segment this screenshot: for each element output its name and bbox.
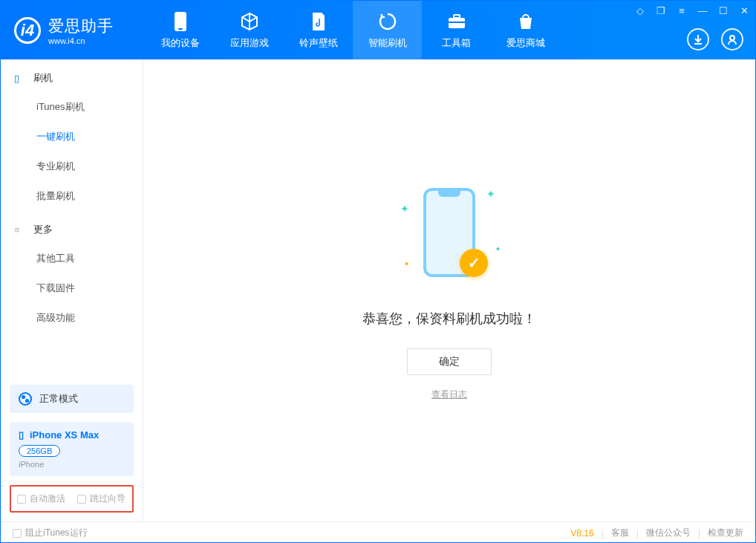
mode-box[interactable]: 正常模式 (10, 385, 134, 413)
tab-label: 工具箱 (442, 36, 471, 50)
sparkle-icon: ✦ (400, 203, 409, 215)
confirm-button[interactable]: 确定 (407, 348, 492, 375)
checkbox-label: 自动激活 (30, 492, 65, 505)
feedback-icon[interactable]: ❐ (654, 4, 668, 17)
sparkle-icon: • (496, 243, 500, 255)
shirt-icon[interactable]: ◇ (633, 4, 647, 17)
svg-rect-4 (449, 22, 465, 23)
menu-icon[interactable]: ≡ (675, 4, 688, 17)
wechat-link[interactable]: 微信公众号 (646, 527, 691, 539)
device-box[interactable]: ▯ iPhone XS Max 256GB iPhone (10, 422, 134, 476)
main-content: ✦ ✦ • • ✓ 恭喜您，保资料刷机成功啦！ 确定 查看日志 (143, 59, 755, 521)
checkbox-auto-activate[interactable]: 自动激活 (17, 492, 65, 505)
tab-label: 铃声壁纸 (299, 36, 338, 50)
footer-left: 阻止iTunes运行 (13, 527, 88, 539)
close-button[interactable]: ✕ (737, 4, 751, 17)
tab-my-device[interactable]: 我的设备 (146, 1, 215, 59)
phone-outline-icon: ▯ (19, 429, 24, 440)
checkbox-icon (17, 495, 26, 504)
checkbox-icon (77, 495, 86, 504)
header-actions (687, 28, 743, 51)
device-icon: ▯ (14, 73, 26, 84)
tab-store[interactable]: 爱思商城 (491, 1, 560, 59)
svg-rect-1 (178, 28, 183, 30)
list-icon: ≡ (14, 224, 26, 235)
tab-label: 爱思商城 (506, 36, 545, 50)
logo-area: i4 爱思助手 www.i4.cn (1, 16, 146, 45)
tab-label: 应用游戏 (230, 36, 269, 50)
tab-label: 我的设备 (161, 36, 200, 50)
download-icon[interactable] (687, 28, 709, 51)
sidebar-item-advanced[interactable]: 高级功能 (1, 303, 143, 333)
minimize-button[interactable]: — (696, 4, 709, 17)
checkbox-icon (13, 529, 22, 538)
sidebar-group-more: ≡ 更多 (1, 211, 143, 244)
main-tabs: 我的设备 应用游戏 铃声壁纸 智能刷机 工具箱 爱思商城 (146, 1, 560, 59)
version-label: V8.16 (570, 528, 593, 539)
checkmark-badge-icon: ✓ (460, 249, 488, 277)
checkbox-block-itunes[interactable]: 阻止iTunes运行 (13, 527, 88, 539)
app-title: 爱思助手 (48, 16, 114, 36)
sidebar-item-itunes-flash[interactable]: iTunes刷机 (1, 92, 143, 122)
group-label: 更多 (33, 223, 53, 236)
device-name-row: ▯ iPhone XS Max (19, 429, 125, 440)
sidebar-group-flash: ▯ 刷机 (1, 59, 143, 92)
toolbox-icon (446, 11, 467, 32)
sidebar-item-other-tools[interactable]: 其他工具 (1, 244, 143, 273)
checkbox-label: 阻止iTunes运行 (25, 527, 88, 539)
sidebar-item-pro-flash[interactable]: 专业刷机 (1, 152, 143, 181)
sidebar: ▯ 刷机 iTunes刷机 一键刷机 专业刷机 批量刷机 ≡ 更多 其他工具 下… (1, 59, 143, 521)
device-name: iPhone XS Max (30, 429, 99, 440)
mode-icon (19, 392, 32, 406)
checkbox-skip-guide[interactable]: 跳过向导 (77, 492, 126, 505)
shopping-bag-icon (515, 11, 536, 32)
app-body: ▯ 刷机 iTunes刷机 一键刷机 专业刷机 批量刷机 ≡ 更多 其他工具 下… (1, 59, 755, 521)
sparkle-icon: • (405, 258, 408, 270)
refresh-shield-icon (377, 11, 398, 32)
device-type: iPhone (19, 460, 125, 469)
view-log-link[interactable]: 查看日志 (431, 388, 467, 401)
phone-icon (170, 11, 191, 32)
sidebar-item-oneclick-flash[interactable]: 一键刷机 (1, 122, 143, 152)
success-message: 恭喜您，保资料刷机成功啦！ (362, 310, 536, 328)
svg-point-5 (730, 36, 734, 40)
tab-apps-games[interactable]: 应用游戏 (215, 1, 284, 59)
user-icon[interactable] (721, 28, 743, 51)
check-update-link[interactable]: 检查更新 (708, 527, 743, 539)
tab-label: 智能刷机 (368, 36, 407, 50)
tab-ringtones-wallpapers[interactable]: 铃声壁纸 (284, 1, 353, 59)
logo-icon: i4 (14, 17, 41, 44)
maximize-button[interactable]: ☐ (717, 4, 730, 17)
tab-toolbox[interactable]: 工具箱 (422, 1, 491, 59)
device-storage-badge: 256GB (19, 445, 60, 457)
checkbox-label: 跳过向导 (90, 492, 126, 505)
support-link[interactable]: 客服 (611, 527, 629, 539)
sidebar-item-batch-flash[interactable]: 批量刷机 (1, 181, 143, 211)
success-illustration: ✦ ✦ • • ✓ (397, 181, 501, 292)
footer-right: V8.16 | 客服 | 微信公众号 | 检查更新 (570, 527, 743, 539)
svg-rect-3 (454, 15, 460, 18)
music-file-icon (308, 11, 329, 32)
app-header: i4 爱思助手 www.i4.cn 我的设备 应用游戏 铃声壁纸 智能刷机 工具… (1, 1, 755, 59)
group-label: 刷机 (33, 71, 53, 85)
status-bar: 阻止iTunes运行 V8.16 | 客服 | 微信公众号 | 检查更新 (1, 521, 755, 543)
window-controls: ◇ ❐ ≡ — ☐ ✕ (633, 4, 751, 17)
cube-icon (239, 11, 260, 32)
flash-options-highlight: 自动激活 跳过向导 (10, 485, 134, 513)
sparkle-icon: ✦ (486, 188, 495, 200)
app-subtitle: www.i4.cn (48, 36, 114, 45)
mode-label: 正常模式 (39, 392, 78, 406)
sidebar-item-download-firmware[interactable]: 下载固件 (1, 273, 143, 303)
logo-text: 爱思助手 www.i4.cn (48, 16, 114, 45)
tab-smart-flash[interactable]: 智能刷机 (353, 1, 422, 59)
